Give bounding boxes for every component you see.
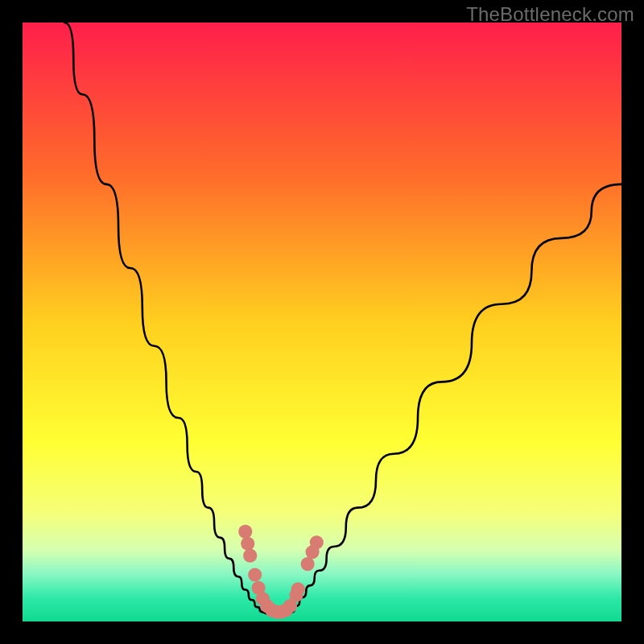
plot-background	[23, 23, 621, 621]
bottleneck-plot	[23, 23, 621, 621]
marker-dot	[241, 537, 254, 551]
marker-dot	[243, 549, 257, 563]
marker-dot	[291, 582, 305, 596]
marker-dot	[238, 525, 252, 539]
marker-dot	[301, 557, 315, 571]
marker-dot	[310, 535, 324, 549]
chart-frame: TheBottleneck.com	[0, 0, 644, 644]
marker-dot	[248, 568, 262, 581]
watermark-text: TheBottleneck.com	[466, 3, 634, 26]
